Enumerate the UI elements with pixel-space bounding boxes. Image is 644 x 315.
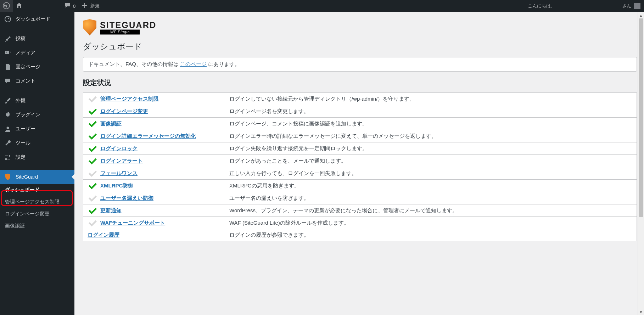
table-row: ログインロックログイン失敗を繰り返す接続元を一定期間ロックします。 <box>83 142 637 155</box>
sidebar-item-plugins[interactable]: プラグイン <box>0 108 74 122</box>
setting-link[interactable]: XMLRPC防御 <box>100 182 133 189</box>
brush-icon <box>4 97 11 104</box>
current-arrow-icon <box>72 174 74 180</box>
setting-name-cell: フェールワンス <box>83 167 225 180</box>
comment-icon <box>64 2 71 10</box>
check-on-icon <box>88 120 97 127</box>
check-on-icon <box>88 108 97 115</box>
site-home-link[interactable] <box>13 0 26 12</box>
notice-docs-link[interactable]: このページ <box>180 61 207 67</box>
sidebar-item-label: ユーザー <box>16 126 35 132</box>
wrench-icon <box>4 140 11 147</box>
comment-icon <box>4 78 11 85</box>
sidebar-item-dashboard[interactable]: ダッシュボード <box>0 12 74 26</box>
submenu-captcha[interactable]: 画像認証 <box>0 220 74 232</box>
svg-point-5 <box>7 127 9 129</box>
table-row: 管理ページアクセス制限ログインしていない接続元から管理ディレクトリ（/wp-ad… <box>83 93 637 105</box>
setting-description: ログインページ名を変更します。 <box>225 105 637 118</box>
setting-link[interactable]: フェールワンス <box>100 170 138 177</box>
setting-name-cell: ログインアラート <box>83 155 225 167</box>
setting-description: ユーザー名の漏えいを防ぎます。 <box>225 192 637 204</box>
sidebar-item-label: ダッシュボード <box>16 16 50 22</box>
sidebar-item-label: コメント <box>16 78 35 84</box>
sidebar-item-label: 固定ページ <box>16 64 40 70</box>
setting-name-cell: WAFチューニングサポート <box>83 217 225 229</box>
avatar <box>634 3 640 9</box>
setting-link[interactable]: WAFチューニングサポート <box>100 220 165 226</box>
setting-link[interactable]: ログインアラート <box>100 158 143 164</box>
setting-name-cell: 管理ページアクセス制限 <box>83 93 225 105</box>
setting-link[interactable]: ログインページ変更 <box>100 108 148 115</box>
check-on-icon <box>88 145 97 152</box>
add-new-label: 新規 <box>90 3 100 9</box>
sidebar-item-label: ツール <box>16 140 30 146</box>
submenu-login-page[interactable]: ログインページ変更 <box>0 208 74 220</box>
setting-description: ログインの履歴が参照できます。 <box>225 229 637 241</box>
submenu-dashboard[interactable]: ダッシュボード <box>0 184 74 196</box>
setting-description: XMLRPCの悪用を防ぎます。 <box>225 180 637 192</box>
table-row: WAFチューニングサポートWAF (SiteGuard Lite)の除外ルールを… <box>83 217 637 229</box>
scroll-down-button[interactable]: ▾ <box>638 309 644 315</box>
user-icon <box>4 125 11 133</box>
check-on-icon <box>88 133 97 140</box>
sidebar-item-label: SiteGuard <box>16 174 38 180</box>
logo-brand-a: SITE <box>100 20 122 30</box>
setting-name-cell: ユーザー名漏えい防御 <box>83 192 225 204</box>
wp-logo-menu[interactable] <box>0 0 13 12</box>
sidebar-item-pages[interactable]: 固定ページ <box>0 60 74 74</box>
setting-name-cell: XMLRPC防御 <box>83 180 225 192</box>
check-on-icon <box>88 182 97 189</box>
scroll-thumb[interactable] <box>639 18 643 217</box>
sidebar-item-settings[interactable]: 設定 <box>0 150 74 164</box>
table-row: ログインアラートログインがあったことを、メールで通知します。 <box>83 155 637 167</box>
table-row: ユーザー名漏えい防御ユーザー名の漏えいを防ぎます。 <box>83 192 637 204</box>
sidebar-item-siteguard[interactable]: SiteGuard <box>0 170 74 184</box>
content-area: SITEGUARD WP Plugin ダッシュボード ドキュメント、FAQ、そ… <box>74 12 644 315</box>
greeting-prefix: こんにちは、 <box>528 3 555 9</box>
svg-point-3 <box>6 52 7 53</box>
setting-description: 正しい入力を行っても、ログインを一回失敗します。 <box>225 167 637 180</box>
account-menu[interactable]: こんにちは、 さん <box>524 0 644 12</box>
setting-link[interactable]: ユーザー名漏えい防御 <box>100 195 153 202</box>
setting-description: ログインページ、コメント投稿に画像認証を追加します。 <box>225 118 637 130</box>
setting-link[interactable]: 画像認証 <box>100 120 122 127</box>
sidebar-item-users[interactable]: ユーザー <box>0 122 74 136</box>
setting-description: ログインしていない接続元から管理ディレクトリ（/wp-admin/）を守ります。 <box>225 93 637 105</box>
setting-description: ログインがあったことを、メールで通知します。 <box>225 155 637 167</box>
table-row: 更新通知WordPress、プラグイン、テーマの更新が必要になった場合に、管理者… <box>83 204 637 217</box>
sidebar-item-posts[interactable]: 投稿 <box>0 32 74 46</box>
setting-link[interactable]: ログインロック <box>100 145 138 152</box>
setting-link[interactable]: ログイン履歴 <box>88 232 119 238</box>
vertical-scrollbar[interactable]: ▴ ▾ <box>638 12 644 315</box>
scroll-up-button[interactable]: ▴ <box>638 12 644 18</box>
check-on-icon <box>88 207 97 214</box>
check-on-icon <box>88 157 97 164</box>
setting-link[interactable]: ログイン詳細エラーメッセージの無効化 <box>100 133 196 140</box>
setting-description: ログイン失敗を繰り返す接続元を一定期間ロックします。 <box>225 142 637 155</box>
sidebar-item-label: 投稿 <box>16 35 26 42</box>
sidebar-item-media[interactable]: メディア <box>0 46 74 60</box>
page-icon <box>4 63 11 71</box>
comments-link[interactable]: 0 <box>61 0 78 12</box>
setting-name-cell: 更新通知 <box>83 204 225 217</box>
setting-name-cell: ログインロック <box>83 142 225 155</box>
logo-sub-text: WP Plugin <box>100 29 140 35</box>
sidebar-item-appearance[interactable]: 外観 <box>0 94 74 108</box>
submenu-admin-access[interactable]: 管理ページアクセス制限 <box>0 196 74 208</box>
sidebar-item-tools[interactable]: ツール <box>0 136 74 150</box>
section-heading: 設定状況 <box>83 78 637 88</box>
sliders-icon <box>4 154 11 161</box>
check-off-icon <box>88 95 97 102</box>
table-row: XMLRPC防御XMLRPCの悪用を防ぎます。 <box>83 180 637 192</box>
add-new-menu[interactable]: 新規 <box>78 0 102 12</box>
sidebar-item-comments[interactable]: コメント <box>0 74 74 88</box>
wordpress-logo-icon <box>3 2 10 10</box>
check-off-icon <box>88 219 97 226</box>
siteguard-logo: SITEGUARD WP Plugin <box>83 19 637 35</box>
shield-icon <box>4 173 11 180</box>
sidebar-item-label: 設定 <box>16 154 26 161</box>
setting-link[interactable]: 管理ページアクセス制限 <box>100 96 159 102</box>
notice-text-after: にあります。 <box>207 61 240 67</box>
setting-link[interactable]: 更新通知 <box>100 207 122 214</box>
setting-description: ログインエラー時の詳細なエラーメッセージに変えて、単一のメッセージを返します。 <box>225 130 637 142</box>
